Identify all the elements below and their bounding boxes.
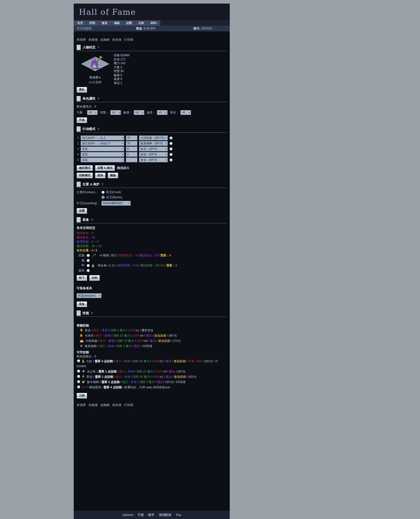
strength-select[interactable]: +0▾ [87,110,98,115]
delete-button[interactable]: 删除 [108,173,118,178]
member-link[interactable]: 射的准 [112,38,122,41]
help-link[interactable]: ? [98,97,99,101]
skill-radio[interactable] [77,370,80,373]
agility-select[interactable]: +0▾ [134,110,144,115]
switch-mode-button[interactable]: 切换模式 [77,173,93,178]
position-option-back[interactable]: 后卫(Backs) [101,195,122,199]
stat-magic-defense: 魔法防御：30 + 10 [77,244,227,248]
nav-settings[interactable]: 设置 [123,20,135,26]
guarding-select[interactable]: 50%的概率保护▾ [101,201,131,206]
action-select[interactable]: 恢复精神 - (SP:0)▾ [139,141,168,146]
nav-records[interactable]: 记录 [135,20,147,26]
member-link[interactable]: 血融融 [100,38,110,41]
section-title: 装备 [82,218,89,222]
member-link[interactable]: 打得狠 [124,38,134,41]
main-content: 奥德赛 肉墩墩 血融融 射的准 打得狠 人物状态 ? [74,31,230,511]
back-radio[interactable] [101,196,105,199]
leave-party-button[interactable]: 离队 [77,87,87,93]
unequip-button[interactable]: 卸下 [77,275,87,281]
guarding-setting: 护卫(Guarding)： 50%的概率保护▾ [77,201,227,206]
shield-radio[interactable] [87,259,90,262]
item-slot-row: 道具: [77,268,227,273]
member-link[interactable]: 奥德赛 [77,403,86,407]
threshold-input[interactable] [126,158,137,162]
footer-top-link[interactable]: Top [176,513,181,517]
speed-select[interactable]: +0▾ [157,110,167,115]
upgrade-button[interactable]: 升值 [77,117,87,123]
row-number: 2 [77,142,79,145]
skill-radio[interactable] [77,375,80,378]
footer-tutorial-link[interactable]: 教学 [148,513,154,517]
help-link[interactable]: ? [98,127,99,131]
confirm-mode-button[interactable]: 确定模式 [77,165,93,171]
action-select[interactable]: 火焰风暴 - (SP:70)▾ [139,135,168,140]
help-link[interactable]: ? [91,311,93,315]
condition-select[interactable]: 必定▾ [81,152,124,157]
remaining-attribute-points: 剩余属性点：6 [77,105,227,109]
weapon-radio[interactable] [87,254,90,257]
footer-manual-link[interactable]: 手册 [138,513,144,517]
section-title: 角色属性 [82,97,96,101]
current-state-stats: 物理攻击：8 魔法攻击：25 物理防御：0 + 5 魔法防御：30 + 10 角… [77,231,227,253]
action-select[interactable]: 攻击 - (SP:0)▾ [139,158,168,162]
item-radio[interactable] [87,269,90,272]
row-radio[interactable] [169,147,172,150]
skill-radio[interactable] [77,359,80,362]
member-link[interactable]: 肉墩墩 [89,403,98,407]
skill-radio[interactable] [77,385,80,389]
front-radio[interactable] [101,191,105,194]
action-mode-row: 5 必定▾ 攻击 - (SP:0)▾ [77,158,227,162]
position-option-front[interactable]: 前卫(Front) [101,190,122,194]
equip-category-select[interactable]: 武器(weapon)▾ [77,293,101,298]
nav-home[interactable]: 首页 [74,20,86,26]
skill-text: 攻击 / 敌方 - 单体 / 消耗 0 魔力 / 100%x1 / 通常攻击 [85,329,153,332]
luck-select[interactable]: +0▾ [180,110,191,115]
equip-category-row: 武器(weapon)▾ [77,293,227,298]
threshold-input[interactable] [126,152,137,157]
add-button[interactable]: 添加 [95,173,105,178]
threshold-input[interactable] [126,147,137,151]
row-radio[interactable] [169,142,172,145]
learnable-skill-keep-thinking: ?,?* 继续思考 / 需要 4 点技能 / 多重判定，引用 swto 的话就是… [77,385,227,390]
member-link[interactable]: 奥德赛 [77,38,86,41]
party-member-links-bottom: 奥德赛 肉墩墩 血融融 射的准 打得狠 [77,403,227,407]
section-header-position-guard: 位置 & 保护 ? [77,182,227,188]
action-select[interactable]: 攻击 - (SP:0)▾ [139,147,168,151]
help-link[interactable]: ? [101,183,103,186]
learn-button[interactable]: 习得 [77,393,87,399]
row-radio[interactable] [169,136,172,140]
action-select[interactable]: 攻击 - (SP:0)▾ [139,152,168,157]
condition-select[interactable]: 必定▾ [81,147,124,151]
nav-town[interactable]: 城镇 [111,20,123,26]
nav-bbs[interactable]: BBS [147,20,160,26]
threshold-input[interactable] [126,141,137,146]
character-stats: 经验:82/660 生命:177 魔力:142 力量:2 智慧:30 敏捷:5 … [114,53,227,85]
member-link[interactable]: 打得狠 [124,403,134,407]
set-position-button[interactable]: 设置 [77,208,87,214]
condition-select[interactable]: 必定▾ [81,158,124,162]
condition-select[interactable]: 自己的SP←←(%)以下▾ [81,141,124,146]
row-radio[interactable] [169,158,172,162]
condition-select[interactable]: 自己的SP←←以上▾ [81,135,124,140]
simulate-battle-link[interactable]: 模拟战斗 [117,166,129,170]
wisdom-select[interactable]: +0▾ [110,110,121,115]
equip-button[interactable]: 装备 [77,301,87,307]
member-link[interactable]: 肉墩墩 [89,38,98,41]
game-window: Hall of Fame 首页 狩猎 道具 城镇 设置 记录 BBS 万万没想到… [74,4,230,519]
unequip-all-button[interactable]: 全卸 [89,275,100,281]
member-link[interactable]: 射的准 [112,403,122,407]
member-link[interactable]: 血融融 [100,403,110,407]
set-and-test-button[interactable]: 设置 & 测试 [95,165,115,171]
nav-items-page[interactable]: 道具 [99,20,111,26]
footer-update-link[interactable]: UpDate [122,513,133,517]
skill-radio[interactable] [77,380,80,383]
footer-gamedata-link[interactable]: 游戏数据 [159,513,171,517]
help-link[interactable]: ? [91,218,93,222]
action-mode-buttons-1: 确定模式 设置 & 测试 模拟战斗 [77,165,227,171]
section-title: 行动模式 [82,127,96,131]
nav-hunt[interactable]: 狩猎 [86,20,98,26]
threshold-input[interactable] [126,135,137,140]
help-link[interactable]: ? [98,46,99,49]
row-radio[interactable] [169,153,172,156]
armor-radio[interactable] [87,264,90,267]
